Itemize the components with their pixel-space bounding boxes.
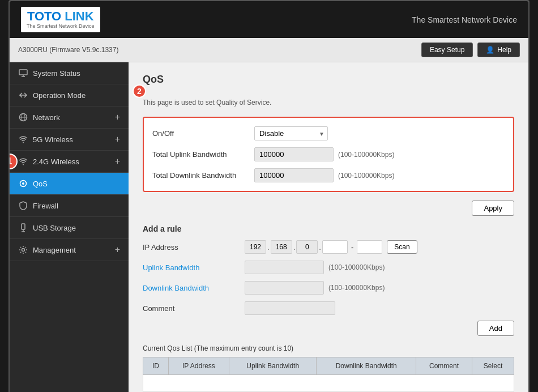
sidebar-item-operation-mode[interactable]: Operation Mode bbox=[10, 84, 129, 106]
table-header-row: ID IP Address Uplink Bandwidth Downlink … bbox=[143, 357, 514, 375]
ip-dot-1: . bbox=[267, 243, 270, 252]
downlink-bw-input[interactable] bbox=[245, 281, 324, 295]
ip-dash: - bbox=[351, 243, 353, 252]
col-ip: IP Address bbox=[168, 357, 229, 375]
logo: TOTO LINK The Smartest Network Device bbox=[21, 7, 100, 32]
ip-address-inputs: . . . - Scan bbox=[245, 240, 417, 254]
page-title: QoS bbox=[143, 74, 514, 86]
ip-part-3[interactable] bbox=[296, 240, 318, 254]
uplink-bw-input[interactable] bbox=[245, 261, 324, 274]
sidebar-item-2.4g-wireless[interactable]: 1 2.4G Wireless + bbox=[10, 151, 129, 173]
logo-link: LINK bbox=[61, 9, 93, 23]
gear-icon bbox=[18, 245, 28, 255]
sidebar-label-qos: QoS bbox=[33, 180, 48, 188]
logo-sub: The Smartest Network Device bbox=[27, 23, 95, 29]
add-row: Add bbox=[143, 321, 514, 336]
add-rule-title: Add a rule bbox=[143, 224, 514, 233]
shield-icon bbox=[18, 201, 28, 211]
apply-button[interactable]: Apply bbox=[472, 201, 514, 216]
sidebar-item-firewall[interactable]: Firewall bbox=[10, 195, 129, 217]
management-expand-icon[interactable]: + bbox=[115, 245, 120, 255]
qos-icon bbox=[18, 178, 28, 189]
table-title: Current Qos List (The maximum entry coun… bbox=[143, 344, 514, 352]
add-rule-section: Add a rule IP Address . . . - Scan bbox=[143, 224, 514, 315]
table-empty-row bbox=[143, 375, 514, 392]
ip-part-4[interactable] bbox=[322, 240, 348, 254]
sidebar-label-system-status: System Status bbox=[33, 69, 80, 78]
downlink-bw-label: Downlink Bandwidth bbox=[143, 284, 245, 292]
svg-point-13 bbox=[22, 249, 25, 252]
sidebar-item-system-status[interactable]: System Status bbox=[10, 62, 129, 84]
comment-row: Comment bbox=[143, 301, 514, 315]
ip-part-5[interactable] bbox=[357, 240, 382, 254]
sidebar-label-firewall: Firewall bbox=[33, 202, 58, 210]
on-off-select[interactable]: Disable Enable bbox=[254, 126, 328, 140]
col-uplink: Uplink Bandwidth bbox=[229, 357, 317, 375]
network-expand-icon[interactable]: + bbox=[115, 112, 120, 122]
sidebar-item-usb-storage[interactable]: USB Storage bbox=[10, 217, 129, 239]
on-off-label: On/Off bbox=[152, 129, 254, 138]
uplink-bw-hint: (100-100000Kbps) bbox=[328, 263, 385, 271]
downlink-label: Total Downlink Bandwidth bbox=[152, 171, 254, 180]
scan-button[interactable]: Scan bbox=[387, 240, 417, 254]
sidebar-item-5g-wireless[interactable]: 5G Wireless + bbox=[10, 129, 129, 151]
uplink-label: Total Uplink Bandwidth bbox=[152, 150, 254, 159]
svg-rect-0 bbox=[19, 70, 27, 75]
main-layout: System Status Operation Mode Network + bbox=[10, 62, 528, 392]
uplink-bw-label: Uplink Bandwidth bbox=[143, 263, 245, 272]
5g-wireless-expand-icon[interactable]: + bbox=[115, 134, 120, 144]
on-off-row: On/Off Disable Enable bbox=[152, 126, 505, 140]
logo-text: TOTO LINK bbox=[27, 10, 94, 23]
uplink-hint: (100-100000Kbps) bbox=[338, 151, 394, 159]
uplink-row: Total Uplink Bandwidth (100-100000Kbps) bbox=[152, 147, 505, 161]
sidebar-item-management[interactable]: Management + bbox=[10, 239, 129, 261]
add-button[interactable]: Add bbox=[477, 321, 514, 336]
ip-address-row: IP Address . . . - Scan bbox=[143, 240, 514, 254]
wifi-2.4g-icon bbox=[18, 156, 28, 167]
help-icon: 👤 bbox=[486, 46, 494, 54]
comment-input[interactable] bbox=[245, 301, 335, 315]
svg-point-9 bbox=[22, 182, 24, 185]
arrows-icon bbox=[18, 90, 28, 100]
col-comment: Comment bbox=[416, 357, 472, 375]
toolbar: A3000RU (Firmware V5.9c.1337) Easy Setup… bbox=[10, 38, 528, 62]
downlink-hint: (100-100000Kbps) bbox=[338, 172, 394, 180]
qos-settings-box: On/Off Disable Enable Total Uplink Bandw… bbox=[143, 117, 514, 192]
table-empty-cell bbox=[143, 375, 514, 392]
ip-address-label: IP Address bbox=[143, 243, 245, 252]
uplink-bw-row: Uplink Bandwidth (100-100000Kbps) bbox=[143, 261, 514, 274]
ip-part-1[interactable] bbox=[245, 240, 266, 254]
sidebar-label-management: Management bbox=[33, 246, 76, 254]
on-off-select-wrapper: Disable Enable bbox=[254, 126, 328, 140]
firmware-label: A3000RU (Firmware V5.9c.1337) bbox=[18, 46, 118, 54]
ip-part-2[interactable] bbox=[271, 240, 292, 254]
header-tagline: The Smartest Network Device bbox=[412, 15, 517, 24]
header: TOTO LINK The Smartest Network Device Th… bbox=[10, 1, 528, 38]
apply-row: Apply bbox=[143, 201, 514, 216]
usb-icon bbox=[18, 223, 28, 233]
svg-point-7 bbox=[23, 164, 24, 165]
downlink-input[interactable] bbox=[254, 168, 334, 182]
downlink-bw-hint: (100-100000Kbps) bbox=[328, 284, 385, 292]
uplink-input[interactable] bbox=[254, 147, 334, 161]
svg-point-6 bbox=[23, 142, 24, 143]
help-label: Help bbox=[497, 46, 511, 54]
toolbar-buttons: Easy Setup 👤 Help bbox=[421, 42, 520, 57]
col-downlink: Downlink Bandwidth bbox=[317, 357, 416, 375]
sidebar-item-qos[interactable]: QoS bbox=[10, 173, 129, 195]
ip-dot-2: . bbox=[293, 243, 296, 252]
sidebar-label-network: Network bbox=[33, 113, 60, 122]
sidebar-item-network[interactable]: Network + bbox=[10, 106, 129, 129]
2.4g-wireless-expand-icon[interactable]: + bbox=[115, 156, 120, 167]
logo-toto: TOTO bbox=[27, 9, 61, 23]
sidebar-label-5g-wireless: 5G Wireless bbox=[33, 135, 73, 144]
page-desc: This page is used to set Quality of Serv… bbox=[143, 99, 514, 106]
easy-setup-button[interactable]: Easy Setup bbox=[421, 42, 473, 57]
content-area: QoS 2 This page is used to set Quality o… bbox=[129, 62, 528, 392]
monitor-icon bbox=[18, 68, 28, 78]
sidebar: System Status Operation Mode Network + bbox=[10, 62, 129, 392]
svg-rect-10 bbox=[22, 224, 25, 229]
help-button[interactable]: 👤 Help bbox=[477, 42, 520, 57]
downlink-row: Total Downlink Bandwidth (100-100000Kbps… bbox=[152, 168, 505, 182]
wifi-5g-icon bbox=[18, 134, 28, 144]
